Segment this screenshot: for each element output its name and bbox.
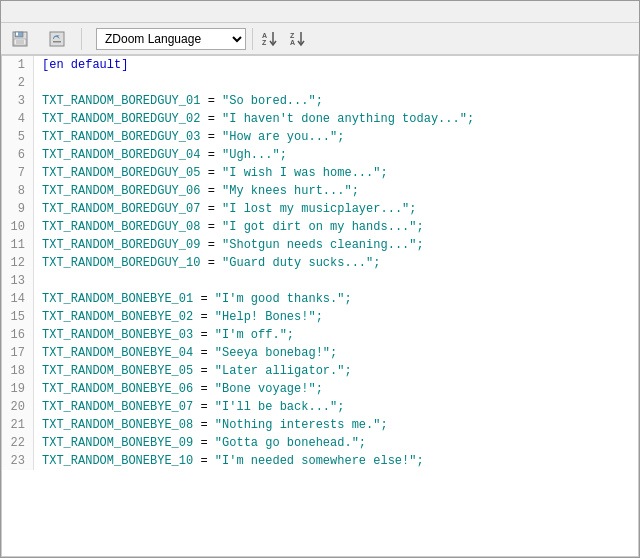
entry-eq: = [193,454,215,468]
line-number: 15 [2,308,34,326]
line-number: 22 [2,434,34,452]
line-content: TXT_RANDOM_BOREDGUY_04 = "Ugh..."; [34,146,287,164]
entry-value: "Nothing interests me."; [215,418,388,432]
entry-value: "I'm good thanks."; [215,292,352,306]
line-content: TXT_RANDOM_BONEBYE_02 = "Help! Bones!"; [34,308,323,326]
entry-value: "I wish I was home..."; [222,166,388,180]
save-button[interactable] [5,27,38,51]
table-row: 23TXT_RANDOM_BONEBYE_10 = "I'm needed so… [2,452,638,470]
line-content: TXT_RANDOM_BOREDGUY_08 = "I got dirt on … [34,218,424,236]
table-row: 17TXT_RANDOM_BONEBYE_04 = "Seeya bonebag… [2,344,638,362]
line-number: 8 [2,182,34,200]
table-row: 10TXT_RANDOM_BOREDGUY_08 = "I got dirt o… [2,218,638,236]
entry-key: TXT_RANDOM_BONEBYE_02 [42,310,193,324]
entry-key: TXT_RANDOM_BOREDGUY_06 [42,184,200,198]
entry-eq: = [193,436,215,450]
line-number: 9 [2,200,34,218]
line-content: TXT_RANDOM_BONEBYE_05 = "Later alligator… [34,362,352,380]
entry-value: "I haven't done anything today..."; [222,112,474,126]
entry-key: TXT_RANDOM_BOREDGUY_07 [42,202,200,216]
entry-eq: = [200,220,222,234]
line-content: TXT_RANDOM_BOREDGUY_07 = "I lost my musi… [34,200,416,218]
entry-eq: = [200,148,222,162]
table-row: 5TXT_RANDOM_BOREDGUY_03 = "How are you..… [2,128,638,146]
line-content: TXT_RANDOM_BONEBYE_01 = "I'm good thanks… [34,290,352,308]
entry-eq: = [200,112,222,126]
entry-value: "Gotta go bonehead."; [215,436,366,450]
entry-value: "My knees hurt..."; [222,184,359,198]
line-number: 3 [2,92,34,110]
entry-key: TXT_RANDOM_BONEBYE_01 [42,292,193,306]
revert-button[interactable] [42,27,75,51]
table-row: 7TXT_RANDOM_BOREDGUY_05 = "I wish I was … [2,164,638,182]
table-row: 22TXT_RANDOM_BONEBYE_09 = "Gotta go bone… [2,434,638,452]
svg-rect-5 [50,32,64,46]
entry-value: "I'm needed somewhere else!"; [215,454,424,468]
entry-eq: = [193,364,215,378]
entry-value: "I lost my musicplayer..."; [222,202,416,216]
line-content: TXT_RANDOM_BOREDGUY_03 = "How are you...… [34,128,344,146]
entry-eq: = [193,292,215,306]
entry-value: "Later alligator."; [215,364,352,378]
entry-key: TXT_RANDOM_BONEBYE_08 [42,418,193,432]
line-number: 2 [2,74,34,92]
title-bar [1,1,639,23]
line-number: 16 [2,326,34,344]
line-number: 6 [2,146,34,164]
entry-key: TXT_RANDOM_BONEBYE_09 [42,436,193,450]
line-number: 4 [2,110,34,128]
line-number: 1 [2,56,34,74]
entry-eq: = [200,94,222,108]
line-content [34,74,49,92]
line-number: 14 [2,290,34,308]
entry-key: TXT_RANDOM_BOREDGUY_05 [42,166,200,180]
line-number: 12 [2,254,34,272]
table-row: 15TXT_RANDOM_BONEBYE_02 = "Help! Bones!"… [2,308,638,326]
entry-eq: = [200,166,222,180]
line-content: TXT_RANDOM_BOREDGUY_10 = "Guard duty suc… [34,254,380,272]
line-number: 20 [2,398,34,416]
table-row: 20TXT_RANDOM_BONEBYE_07 = "I'll be back.… [2,398,638,416]
line-number: 17 [2,344,34,362]
line-content: TXT_RANDOM_BOREDGUY_05 = "I wish I was h… [34,164,388,182]
entry-key: TXT_RANDOM_BONEBYE_04 [42,346,193,360]
entry-value: "I'll be back..."; [215,400,345,414]
line-number: 18 [2,362,34,380]
table-row: 9TXT_RANDOM_BOREDGUY_07 = "I lost my mus… [2,200,638,218]
line-number: 21 [2,416,34,434]
line-content: [en default] [34,56,128,74]
line-number: 23 [2,452,34,470]
line-number: 13 [2,272,34,290]
sort-za-button[interactable]: Z A [287,27,311,51]
sort-az-button[interactable]: A Z [259,27,283,51]
entry-key: TXT_RANDOM_BONEBYE_03 [42,328,193,342]
main-window: ZDoom LanguageDefault Language A Z Z A [0,0,640,558]
sort-az-icon: A Z [261,28,281,50]
entry-key: TXT_RANDOM_BONEBYE_05 [42,364,193,378]
svg-rect-4 [16,40,24,44]
entry-key: TXT_RANDOM_BOREDGUY_09 [42,238,200,252]
table-row: 18TXT_RANDOM_BONEBYE_05 = "Later alligat… [2,362,638,380]
line-content: TXT_RANDOM_BONEBYE_08 = "Nothing interes… [34,416,388,434]
code-editor: 1[en default]2 3TXT_RANDOM_BOREDGUY_01 =… [2,56,638,556]
language-select[interactable]: ZDoom LanguageDefault Language [96,28,246,50]
line-content: TXT_RANDOM_BONEBYE_03 = "I'm off."; [34,326,294,344]
entry-value: "I'm off."; [215,328,294,342]
entry-value: "Seeya bonebag!"; [215,346,337,360]
entry-eq: = [193,382,215,396]
line-number: 11 [2,236,34,254]
sort-za-icon: Z A [289,28,309,50]
entry-key: TXT_RANDOM_BONEBYE_06 [42,382,193,396]
line-content: TXT_RANDOM_BONEBYE_04 = "Seeya bonebag!"… [34,344,337,362]
entry-value: "How are you..."; [222,130,344,144]
table-row: 4TXT_RANDOM_BOREDGUY_02 = "I haven't don… [2,110,638,128]
entry-key: TXT_RANDOM_BONEBYE_07 [42,400,193,414]
code-editor-area[interactable]: 1[en default]2 3TXT_RANDOM_BOREDGUY_01 =… [1,55,639,557]
line-content: TXT_RANDOM_BOREDGUY_09 = "Shotgun needs … [34,236,424,254]
entry-key: TXT_RANDOM_BOREDGUY_08 [42,220,200,234]
svg-text:A: A [262,32,267,39]
table-row: 19TXT_RANDOM_BONEBYE_06 = "Bone voyage!"… [2,380,638,398]
table-row: 8TXT_RANDOM_BOREDGUY_06 = "My knees hurt… [2,182,638,200]
line-content: TXT_RANDOM_BOREDGUY_01 = "So bored..."; [34,92,323,110]
svg-text:Z: Z [262,39,267,46]
